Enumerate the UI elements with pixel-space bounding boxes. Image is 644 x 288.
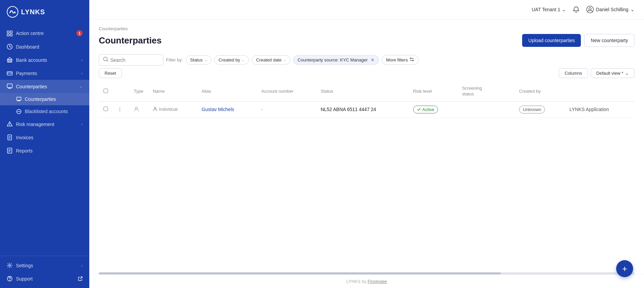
svg-rect-2 [10, 31, 12, 33]
sidebar-item-action-centre[interactable]: Action centre 1 [0, 26, 89, 40]
sidebar-item-settings-label: Settings [16, 263, 33, 268]
svg-line-33 [80, 277, 82, 279]
sidebar-item-payments-label: Payments [16, 71, 37, 76]
header-actions: Upload counterparties New counterparty [522, 34, 634, 47]
sidebar-item-invoices[interactable]: Invoices [0, 131, 89, 144]
view-chevron-icon: ⌄ [625, 71, 629, 76]
created-date-filter-chevron: ⌄ [283, 58, 286, 62]
sidebar-item-blacklisted-accounts[interactable]: Blacklisted accounts [0, 105, 89, 118]
risk-icon [7, 121, 13, 127]
sidebar-item-settings[interactable]: Settings › [0, 259, 89, 272]
user-menu[interactable]: Daniel Schilling ⌄ [586, 6, 634, 13]
svg-rect-3 [7, 34, 9, 36]
topbar: UAT Tenant 1 ⌄ Daniel Schilling ⌄ [89, 0, 644, 19]
horizontal-scrollbar[interactable] [99, 272, 634, 274]
main-area: UAT Tenant 1 ⌄ Daniel Schilling ⌄ Counte… [89, 0, 644, 288]
more-filters-button[interactable]: More filters [382, 55, 419, 65]
sidebar: LYNKS Action centre 1 Dashboard Bank acc… [0, 0, 89, 288]
user-name: Daniel Schilling [596, 7, 628, 12]
reset-button[interactable]: Reset [99, 68, 122, 78]
search-input[interactable] [110, 57, 151, 63]
active-filter-label: Counterparty source: KYC Manager [297, 57, 368, 62]
svg-point-40 [410, 58, 411, 59]
notifications-button[interactable] [571, 4, 582, 15]
col-status-header: Status [320, 89, 333, 94]
settings-icon [7, 263, 13, 268]
external-link-icon [78, 276, 82, 281]
new-counterparty-button[interactable]: New counterparty [584, 34, 634, 47]
user-avatar-icon [586, 6, 594, 13]
support-icon [7, 276, 13, 282]
created-by-filter-chevron: ⌄ [242, 58, 244, 62]
svg-point-41 [412, 60, 413, 61]
col-alias-header: Alias [202, 89, 211, 94]
sidebar-item-counterparties-sub[interactable]: Counterparties [0, 93, 89, 105]
tenant-chevron-icon: ⌄ [562, 7, 566, 12]
created-date-filter-chip[interactable]: Created date ⌄ [252, 55, 290, 65]
reports-icon [7, 148, 13, 154]
sidebar-item-bank-accounts[interactable]: Bank accounts › [0, 53, 89, 67]
row-alias: - [261, 107, 263, 112]
dashboard-icon [7, 44, 13, 50]
created-by-filter-chip[interactable]: Created by ⌄ [214, 55, 249, 65]
search-box[interactable] [99, 54, 163, 66]
active-filter-close-icon[interactable]: ✕ [371, 57, 374, 62]
row-created-by: LYNKS Application [569, 107, 609, 112]
page-title: Counterparties [99, 35, 162, 46]
active-filter-chip[interactable]: Counterparty source: KYC Manager ✕ [293, 55, 379, 65]
page-header: Counterparties Upload counterparties New… [99, 34, 634, 47]
select-all-checkbox[interactable] [104, 89, 108, 93]
columns-button[interactable]: Columns [559, 68, 588, 78]
sidebar-item-dashboard-label: Dashboard [16, 44, 39, 50]
svg-point-21 [10, 125, 10, 126]
row-type-icon [134, 106, 139, 112]
footer: LYNKS by Finologee [89, 274, 644, 288]
sidebar-item-dashboard[interactable]: Dashboard [0, 40, 89, 53]
breadcrumb: Counterparties [99, 26, 634, 31]
sidebar-item-reports-label: Reports [16, 148, 33, 154]
footer-link[interactable]: Finologee [368, 279, 387, 284]
action-centre-badge: 1 [76, 30, 82, 36]
sidebar-item-risk-management-label: Risk management [16, 122, 54, 127]
sidebar-item-invoices-label: Invoices [16, 135, 33, 140]
payments-chevron: › [81, 71, 82, 75]
sidebar-item-support[interactable]: Support [0, 272, 89, 285]
counterparties-sub-label: Counterparties [25, 96, 56, 102]
payments-icon [7, 70, 13, 76]
logo: LYNKS [0, 0, 89, 24]
counterparties-chevron: ⌄ [79, 84, 82, 89]
created-date-filter-label: Created date [256, 57, 281, 62]
sidebar-item-counterparties[interactable]: Counterparties ⌄ [0, 80, 89, 93]
view-button[interactable]: Default view * ⌄ [591, 68, 634, 78]
sidebar-item-risk-management[interactable]: Risk management › [0, 118, 89, 131]
row-checkbox[interactable] [104, 107, 108, 111]
filter-adjust-icon [409, 57, 414, 63]
search-icon [103, 57, 108, 63]
created-by-filter-label: Created by [219, 57, 240, 62]
filter-bar: Filter by: Status ⌄ Created by ⌄ Created… [99, 54, 634, 66]
bank-accounts-chevron: › [81, 58, 82, 62]
sidebar-item-payments[interactable]: Payments › [0, 67, 89, 80]
blacklisted-icon [16, 109, 21, 114]
counterparties-icon [7, 84, 13, 89]
sidebar-item-action-centre-label: Action centre [16, 31, 44, 36]
right-filter-actions: Columns Default view * ⌄ [559, 68, 634, 78]
status-filter-chip[interactable]: Status ⌄ [186, 55, 211, 65]
svg-point-42 [135, 107, 137, 109]
filter-row2: Reset Columns Default view * ⌄ [99, 68, 634, 78]
bank-icon [7, 57, 13, 63]
table-row[interactable]: ⋮ Individual [99, 101, 634, 118]
upload-counterparties-button[interactable]: Upload counterparties [522, 34, 581, 47]
blacklisted-accounts-label: Blacklisted accounts [25, 109, 68, 114]
content-area: Counterparties Counterparties Upload cou… [89, 19, 644, 272]
filter-by-label: Filter by: [166, 57, 183, 62]
sidebar-item-reports[interactable]: Reports [0, 144, 89, 157]
svg-point-43 [154, 107, 156, 109]
fab-button[interactable]: + [616, 260, 633, 277]
tenant-selector[interactable]: UAT Tenant 1 ⌄ [532, 7, 566, 12]
svg-rect-15 [17, 97, 21, 100]
footer-text: LYNKS by [346, 279, 368, 284]
row-actions-menu-icon[interactable]: ⋮ [117, 107, 122, 112]
risk-chevron: › [81, 122, 82, 126]
sidebar-bottom: Settings › Support [0, 256, 89, 288]
